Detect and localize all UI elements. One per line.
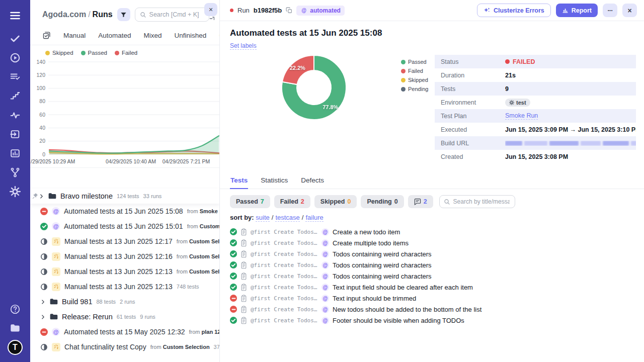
runs-tab-mixed[interactable]: Mixed — [144, 32, 162, 39]
sort-row: sort by: suite/testcase/failure — [230, 214, 644, 221]
test-title: Todos containing weird characters — [333, 261, 432, 269]
passed-status-icon — [230, 228, 237, 235]
automated-badge[interactable]: @automated — [296, 6, 345, 16]
automated-run-icon: @ — [321, 239, 329, 247]
chevron-right-icon — [40, 299, 46, 305]
pulse-icon[interactable] — [6, 106, 25, 125]
import-icon[interactable] — [6, 125, 25, 144]
test-title: New todos should be added to the bottom … — [333, 306, 481, 313]
clusterize-errors-button[interactable]: Clusterize Errors — [477, 4, 551, 17]
runs-tab-unfinished[interactable]: Unfinished — [175, 32, 207, 39]
donut-legend: PassedFailedSkippedPending — [401, 59, 428, 92]
automated-run-icon: @ — [321, 273, 329, 280]
test-row[interactable]: @first Create Todos…@Todos containing we… — [230, 270, 644, 282]
test-row[interactable]: @first Create Todos…@Create a new todo i… — [230, 226, 644, 237]
breadcrumb-project[interactable]: Agoda.com — [42, 10, 86, 19]
run-row[interactable]: @Automated tests at 15 Jun 2025 15:08fro… — [30, 204, 219, 219]
sort-by-testcase[interactable]: testcase — [275, 214, 299, 222]
help-icon[interactable] — [6, 300, 25, 319]
run-header: Run b1982f5b @automated Clusterize Error… — [220, 0, 644, 21]
app-logo[interactable]: T — [8, 340, 23, 355]
settings-gear-icon[interactable] — [6, 182, 25, 201]
failed-status-icon — [40, 208, 48, 215]
menu-icon[interactable] — [6, 6, 25, 25]
clipboard-icon — [240, 239, 247, 247]
test-row[interactable]: @first Create Todos…@Todos containing we… — [230, 248, 644, 259]
filter-chip-skipped[interactable]: Skipped0 — [314, 195, 357, 208]
half-finished-status-icon — [40, 343, 48, 351]
filter-chip-comments[interactable]: 2 — [408, 195, 433, 208]
milestones-steps-icon[interactable] — [6, 86, 25, 106]
filter-chip-passed[interactable]: Passed7 — [230, 195, 270, 208]
folder-icon — [50, 298, 58, 305]
clipboard-icon — [240, 261, 247, 269]
clipboard-icon — [240, 284, 247, 291]
test-plan-link[interactable]: Smoke Run — [505, 112, 538, 120]
test-title: Text input field should be cleared after… — [333, 284, 473, 291]
passed-status-icon — [230, 284, 237, 291]
set-labels-link[interactable]: Set labels — [230, 42, 257, 50]
run-row[interactable]: Manual tests at 13 Jun 2025 12:17from Cu… — [30, 234, 219, 249]
clipboard-icon — [240, 306, 247, 313]
test-row[interactable]: @first Create Todos…@Text input should b… — [230, 293, 644, 304]
test-row[interactable]: @first Create Todos…@Create multiple tod… — [230, 237, 644, 248]
tests-list: @first Create Todos…@Create a new todo i… — [230, 226, 644, 326]
run-group-row[interactable]: Release: Rerun61 tests9 runs — [30, 309, 219, 324]
run-row[interactable]: Manual tests at 13 Jun 2025 12:13from Cu… — [30, 264, 219, 279]
run-detail-panel: Run b1982f5b @automated Clusterize Error… — [220, 0, 644, 362]
manual-run-icon — [52, 237, 60, 246]
svg-text:/29/2025 10:29 AM: /29/2025 10:29 AM — [31, 158, 75, 164]
environment-pill[interactable]: test — [505, 99, 530, 107]
clipboard-icon — [240, 228, 247, 236]
funnel-icon — [120, 12, 127, 18]
svg-text:80: 80 — [39, 98, 45, 104]
run-row[interactable]: Chat functinality test Copyfrom Custom S… — [30, 339, 219, 354]
test-suite-path: @first Create Todos… — [251, 317, 318, 324]
detail-row-created: CreatedJun 15, 2025 3:08 PM — [435, 150, 636, 163]
bar-chart-icon — [562, 7, 569, 14]
select-all-icon[interactable] — [42, 31, 51, 40]
filter-chip-failed[interactable]: Failed2 — [274, 195, 310, 208]
tests-search-input[interactable] — [453, 198, 510, 205]
report-button[interactable]: Report — [556, 4, 598, 17]
run-group-row[interactable]: Build 98188 tests2 runs — [30, 294, 219, 309]
automated-run-icon: @ — [321, 317, 329, 324]
milestone-row[interactable]: Bravo milestone124 tests33 runs — [30, 189, 219, 204]
test-row[interactable]: @first Create Todos…@New todos should be… — [230, 304, 644, 315]
tab-statistics[interactable]: Statistics — [260, 173, 288, 189]
test-row[interactable]: @first Create Todos…@Text input field sh… — [230, 282, 644, 293]
tab-tests[interactable]: Tests — [230, 173, 248, 189]
projects-folder-icon[interactable] — [6, 319, 25, 338]
run-row[interactable]: @Automated tests at 15 May 2025 12:32fro… — [30, 324, 219, 339]
runs-search[interactable] — [135, 8, 209, 22]
run-row[interactable]: Manual tests at 13 Jun 2025 12:16from Cu… — [30, 249, 219, 264]
run-row[interactable]: @Automated tests at 15 Jun 2025 15:01fro… — [30, 219, 219, 234]
runs-search-input[interactable] — [149, 11, 204, 18]
legend-item-skipped: Skipped — [45, 50, 73, 56]
tests-search[interactable] — [439, 195, 515, 208]
filter-chip-pending[interactable]: Pending0 — [361, 195, 404, 208]
analytics-icon[interactable] — [6, 144, 25, 163]
test-title: Footer should be visible when adding TOD… — [333, 317, 464, 324]
detail-label: Created — [435, 153, 505, 160]
runs-play-icon[interactable] — [6, 48, 25, 67]
sort-by-failure[interactable]: failure — [305, 214, 323, 222]
tab-defects[interactable]: Defects — [300, 173, 325, 189]
runs-tab-manual[interactable]: Manual — [63, 32, 86, 39]
detail-row-status: StatusFAILED — [435, 55, 636, 68]
run-row[interactable]: Manual tests at 13 Jun 2025 12:13748 tes… — [30, 279, 219, 294]
panel-close-button[interactable]: × — [204, 3, 217, 16]
app-sidebar: T — [0, 0, 30, 362]
panel-pin-icon[interactable] — [209, 17, 215, 21]
test-plans-icon[interactable] — [6, 67, 25, 86]
copy-icon[interactable] — [286, 7, 292, 14]
more-actions-button[interactable]: ··· — [603, 4, 617, 17]
sort-by-suite[interactable]: suite — [256, 214, 269, 222]
filter-button[interactable] — [117, 8, 130, 21]
close-run-button[interactable]: × — [622, 4, 637, 17]
runs-tab-automated[interactable]: Automated — [98, 32, 131, 39]
tests-check-icon[interactable] — [6, 29, 25, 48]
test-row[interactable]: @first Create Todos…@Todos containing we… — [230, 259, 644, 270]
test-row[interactable]: @first Create Todos…@Footer should be vi… — [230, 315, 644, 326]
branches-icon[interactable] — [6, 163, 25, 182]
